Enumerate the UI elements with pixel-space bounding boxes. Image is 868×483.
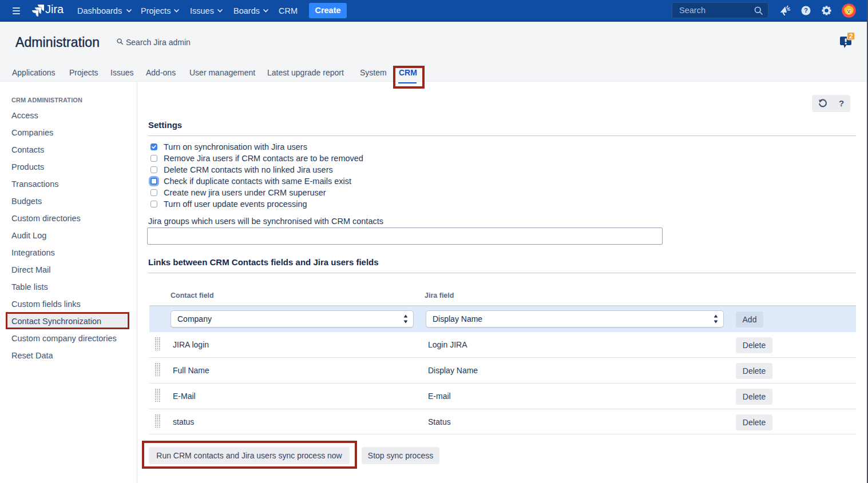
svg-text:2: 2 xyxy=(849,33,853,39)
svg-text:?: ? xyxy=(804,7,808,14)
